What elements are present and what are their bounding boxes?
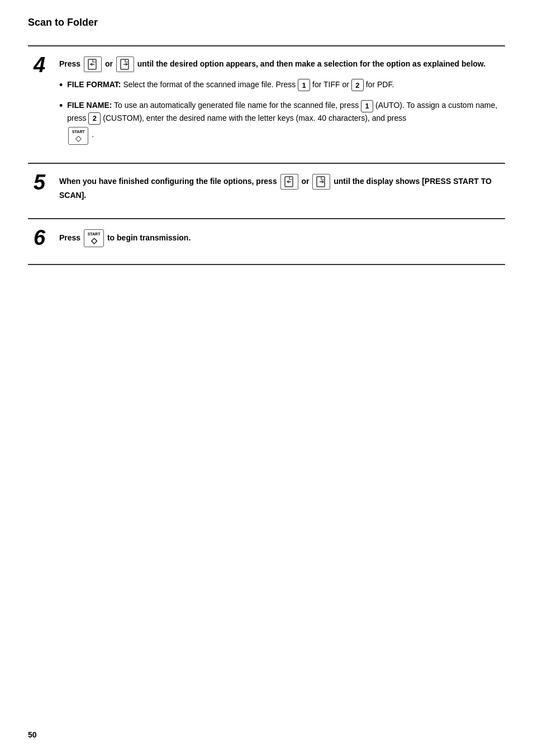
right-nav-button[interactable]: [116, 56, 134, 72]
step-6-press: Press: [59, 233, 83, 242]
left-nav-button[interactable]: [84, 56, 102, 72]
step-4-bullets: FILE FORMAT: Select the format of the sc…: [59, 79, 499, 145]
file-name-desc1: To use an automatically generated file n…: [114, 101, 361, 110]
step-4-suffix-text: until the desired option appears, and th…: [137, 59, 486, 68]
key-1-format[interactable]: 1: [298, 79, 310, 91]
steps-container: 4 Press or: [28, 45, 505, 265]
key-1-name[interactable]: 1: [361, 100, 373, 112]
file-format-label: FILE FORMAT:: [67, 80, 121, 89]
bullet-file-format-text: FILE FORMAT: Select the format of the sc…: [67, 79, 499, 91]
step-4-or-label: or: [105, 59, 115, 68]
step-5-content: When you have finished configuring the f…: [59, 174, 499, 208]
step-6: 6 Press START ◇ to begin transmission.: [28, 219, 505, 265]
step-4-number: 4: [34, 54, 51, 75]
step-6-content: Press START ◇ to begin transmission.: [59, 229, 499, 254]
step-6-main-text: Press START ◇ to begin transmission.: [59, 229, 499, 247]
key-2-format[interactable]: 2: [351, 79, 364, 91]
step-4: 4 Press or: [28, 46, 505, 164]
start-button-step6[interactable]: START ◇: [84, 229, 104, 247]
step-6-number: 6: [34, 227, 51, 248]
file-name-custom: (CUSTOM), enter the desired name with th…: [103, 114, 406, 122]
step-5: 5 When you have finished configuring the…: [28, 164, 505, 219]
file-format-pdf: for PDF.: [366, 80, 394, 89]
start-button-step4[interactable]: START ◇: [68, 127, 88, 145]
file-name-period: .: [92, 130, 94, 139]
step-4-main-text: Press or: [59, 56, 499, 72]
key-2-name[interactable]: 2: [88, 112, 101, 125]
file-name-label: FILE NAME:: [67, 101, 112, 110]
step-5-number: 5: [34, 172, 51, 193]
file-format-desc: Select the format of the scanned image f…: [123, 80, 298, 89]
step-5-main-text: When you have finished configuring the f…: [59, 174, 499, 201]
file-format-tiff: for TIFF or: [312, 80, 351, 89]
bullet-file-name-text: FILE NAME: To use an automatically gener…: [67, 100, 499, 145]
step-4-press-label: Press: [59, 59, 83, 68]
left-nav-button-5[interactable]: [280, 174, 298, 190]
step-5-text1: When you have finished configuring the f…: [59, 177, 279, 186]
step-6-suffix: to begin transmission.: [107, 233, 191, 242]
bullet-file-name: FILE NAME: To use an automatically gener…: [59, 100, 499, 145]
page-number: 50: [28, 730, 37, 739]
bullet-file-format: FILE FORMAT: Select the format of the sc…: [59, 79, 499, 92]
step-5-or: or: [301, 177, 311, 186]
step-4-content: Press or: [59, 56, 499, 153]
right-nav-button-5[interactable]: [312, 174, 330, 190]
page-title: Scan to Folder: [28, 17, 505, 29]
